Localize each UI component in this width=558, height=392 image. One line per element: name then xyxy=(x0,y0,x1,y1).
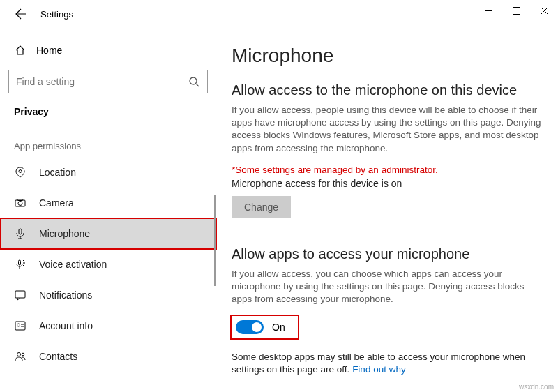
sidebar-group: App permissions xyxy=(0,141,216,151)
search-box[interactable] xyxy=(8,70,208,93)
footnote: Some desktop apps may still be able to a… xyxy=(232,351,544,376)
search-icon xyxy=(188,75,200,88)
minimize-button[interactable] xyxy=(474,0,502,21)
watermark: wsxdn.com xyxy=(519,383,554,391)
contacts-icon xyxy=(14,350,27,363)
sidebar-item-label: Voice activation xyxy=(39,259,107,270)
svg-rect-0 xyxy=(513,7,520,14)
svg-rect-9 xyxy=(15,322,25,330)
minimize-icon xyxy=(485,7,492,15)
notifications-icon xyxy=(14,289,27,301)
svg-rect-7 xyxy=(19,260,21,265)
svg-point-10 xyxy=(17,324,20,326)
apps-access-toggle[interactable] xyxy=(236,320,264,334)
account-info-icon xyxy=(14,319,27,332)
sidebar-item-location[interactable]: Location xyxy=(0,157,216,188)
sidebar-item-label: Microphone xyxy=(39,228,90,239)
sidebar-item-voice-activation[interactable]: Voice activation xyxy=(0,249,216,280)
sidebar-scrollbar[interactable] xyxy=(214,195,216,286)
sidebar-item-label: Account info xyxy=(39,320,93,331)
sidebar-home-label: Home xyxy=(36,45,62,56)
maximize-icon xyxy=(513,7,520,15)
sidebar-home[interactable]: Home xyxy=(8,38,208,63)
toggle-label: On xyxy=(272,322,285,333)
sidebar-item-notifications[interactable]: Notifications xyxy=(0,280,216,310)
sidebar-item-label: Location xyxy=(39,167,76,178)
section-body-device-access: If you allow access, people using this d… xyxy=(232,104,544,155)
microphone-icon xyxy=(14,227,27,240)
svg-point-12 xyxy=(22,353,24,356)
sidebar-item-label: Notifications xyxy=(39,289,92,301)
footnote-link[interactable]: Find out why xyxy=(352,364,406,375)
sidebar-item-contacts[interactable]: Contacts xyxy=(0,341,216,372)
svg-point-11 xyxy=(17,353,21,356)
admin-note: *Some settings are managed by an adminis… xyxy=(232,165,544,175)
sidebar-section: Privacy xyxy=(8,106,208,117)
maximize-button[interactable] xyxy=(502,0,530,21)
svg-rect-6 xyxy=(19,229,22,234)
svg-point-4 xyxy=(18,202,22,206)
apps-access-toggle-row: On xyxy=(232,316,298,338)
sidebar-item-microphone[interactable]: Microphone xyxy=(0,218,216,249)
home-icon xyxy=(14,44,27,56)
svg-point-1 xyxy=(190,77,197,84)
search-input[interactable] xyxy=(16,76,188,87)
window-title: Settings xyxy=(40,9,73,20)
toggle-knob xyxy=(252,322,262,332)
camera-icon xyxy=(14,197,27,209)
location-icon xyxy=(14,166,27,179)
section-heading-apps-access: Allow apps to access your microphone xyxy=(232,246,544,262)
sidebar-item-camera[interactable]: Camera xyxy=(0,188,216,218)
arrow-left-icon xyxy=(15,8,27,20)
device-access-status: Microphone access for this device is on xyxy=(232,178,544,189)
change-button[interactable]: Change xyxy=(232,196,291,218)
page-title: Microphone xyxy=(232,45,544,67)
svg-rect-8 xyxy=(15,291,25,298)
main-content: Microphone Allow access to the microphon… xyxy=(216,28,558,392)
close-button[interactable] xyxy=(530,0,558,21)
sidebar-item-label: Camera xyxy=(39,197,74,209)
close-icon xyxy=(541,7,548,15)
sidebar-item-label: Contacts xyxy=(39,351,77,362)
section-body-apps-access: If you allow access, you can choose whic… xyxy=(232,268,544,306)
svg-point-2 xyxy=(19,170,22,173)
voice-activation-icon xyxy=(14,258,27,271)
sidebar: Home Privacy App permissions Location Ca… xyxy=(0,28,216,392)
back-button[interactable] xyxy=(10,3,32,25)
sidebar-item-account-info[interactable]: Account info xyxy=(0,310,216,341)
section-heading-device-access: Allow access to the microphone on this d… xyxy=(232,82,544,98)
